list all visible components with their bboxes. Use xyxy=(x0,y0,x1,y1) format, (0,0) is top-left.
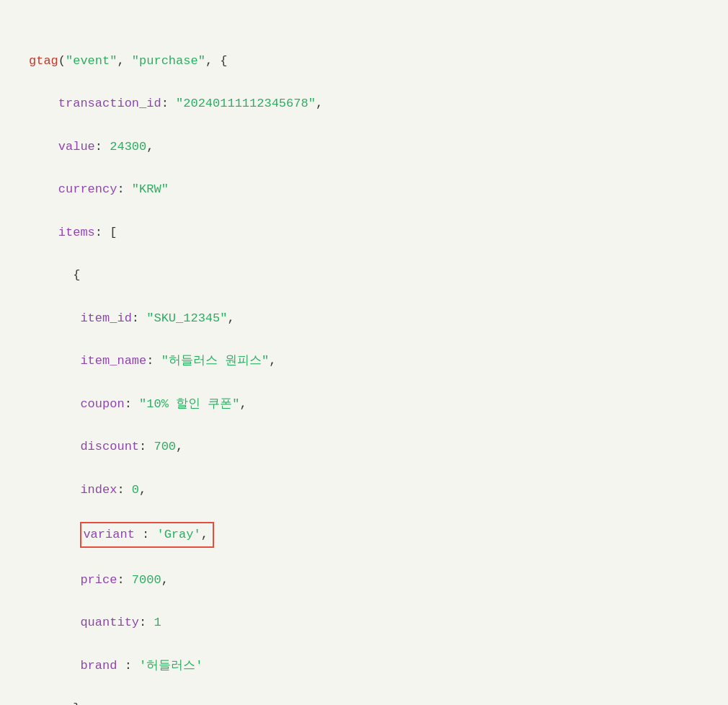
event-label: "event" xyxy=(66,54,117,68)
line-item1-item_name: item_name: "허들러스 원피스", xyxy=(29,350,699,372)
line-2: transaction_id: "20240111112345678", xyxy=(29,93,699,115)
line-1: gtag("event", "purchase", { xyxy=(29,50,699,72)
line-4: currency: "KRW" xyxy=(29,179,699,200)
func-name: gtag xyxy=(29,54,58,68)
line-5: items: [ xyxy=(29,222,699,244)
line-item1-coupon: coupon: "10% 할인 쿠폰", xyxy=(29,394,699,415)
line-item1-item_id: item_id: "SKU_12345", xyxy=(29,308,699,329)
line-item1-quantity: quantity: 1 xyxy=(29,612,699,634)
purchase-label: "purchase" xyxy=(132,54,205,68)
line-item1-price: price: 7000, xyxy=(29,569,699,591)
line-item1-discount: discount: 700, xyxy=(29,436,699,458)
code-display: gtag("event", "purchase", { transaction_… xyxy=(29,29,699,705)
line-item1-close: }, xyxy=(29,698,699,705)
variant-highlight-1: variant : 'Gray', xyxy=(80,522,213,548)
line-item1-variant: variant : 'Gray', xyxy=(29,522,699,548)
line-item1-index: index: 0, xyxy=(29,479,699,501)
line-3: value: 24300, xyxy=(29,136,699,158)
line-item1-open: { xyxy=(29,265,699,286)
line-item1-brand: brand : '허들러스' xyxy=(29,655,699,677)
